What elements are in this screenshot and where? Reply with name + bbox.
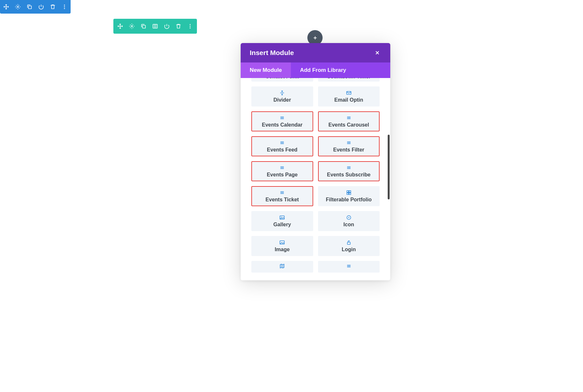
module-label: Contact Form: [265, 78, 299, 80]
module-label: Events Filter: [333, 147, 364, 153]
module-item-login[interactable]: Login: [318, 236, 380, 256]
svg-point-3: [64, 6, 65, 7]
modal-header: Insert Module: [241, 43, 390, 62]
module-label: Image: [275, 247, 290, 252]
modal-title: Insert Module: [250, 49, 294, 57]
tab-new-module[interactable]: New Module: [241, 62, 291, 78]
list-icon: [346, 115, 352, 121]
svg-rect-1: [29, 6, 31, 9]
grid-icon: [346, 190, 352, 196]
trash-icon[interactable]: [175, 23, 182, 30]
module-item-events-ticket[interactable]: Events Ticket: [251, 186, 313, 206]
list-icon: [279, 140, 285, 146]
svg-point-0: [17, 6, 19, 8]
module-label: Login: [342, 247, 356, 252]
module-label: Countdown Timer: [327, 78, 371, 80]
power-icon[interactable]: [38, 3, 45, 10]
more-icon[interactable]: [61, 3, 68, 10]
modal-body: Contact FormCountdown TimerDividerEmail …: [241, 78, 390, 280]
list-icon: [346, 263, 352, 269]
module-item-filterable-portfolio[interactable]: Filterable Portfolio: [318, 186, 380, 206]
mail-icon: [346, 90, 352, 96]
svg-point-9: [190, 26, 191, 27]
module-label: Events Ticket: [266, 197, 299, 203]
duplicate-icon[interactable]: [140, 23, 147, 30]
module-item-map[interactable]: [251, 261, 313, 273]
modal-tabs: New Module Add From Library: [241, 62, 390, 78]
module-item-icon[interactable]: Icon: [318, 211, 380, 231]
module-item-list[interactable]: [318, 261, 380, 273]
module-item-events-subscribe[interactable]: Events Subscribe: [318, 161, 380, 181]
lock-icon: [346, 240, 352, 245]
gear-icon[interactable]: [128, 23, 135, 30]
module-label: Gallery: [273, 222, 291, 228]
module-label: Filterable Portfolio: [326, 197, 372, 203]
image-icon: [279, 240, 285, 245]
list-icon: [279, 115, 285, 121]
insert-module-modal: Insert Module New Module Add From Librar…: [241, 43, 390, 280]
svg-point-10: [190, 28, 191, 28]
module-item-gallery[interactable]: Gallery: [251, 211, 313, 231]
move-icon[interactable]: [117, 23, 124, 30]
module-label: Events Calendar: [262, 122, 303, 128]
svg-point-4: [64, 8, 65, 9]
move-icon[interactable]: [3, 3, 10, 10]
columns-icon[interactable]: [152, 23, 159, 30]
trash-icon[interactable]: [49, 3, 56, 10]
module-item-events-page[interactable]: Events Page: [251, 161, 313, 181]
target-icon: [346, 215, 352, 220]
power-icon[interactable]: [163, 23, 170, 30]
module-item-events-calendar[interactable]: Events Calendar: [251, 111, 313, 131]
divider-icon: [279, 90, 285, 96]
more-icon[interactable]: [187, 23, 194, 30]
module-item-divider[interactable]: Divider: [251, 86, 313, 106]
section-toolbar: [0, 0, 71, 14]
module-label: Divider: [273, 97, 291, 103]
gear-icon[interactable]: [14, 3, 21, 10]
row-toolbar: [113, 19, 197, 34]
module-label: Events Page: [267, 172, 298, 178]
module-label: Events Feed: [267, 147, 297, 153]
module-item-countdown-timer[interactable]: Countdown Timer: [318, 78, 380, 82]
module-item-events-carousel[interactable]: Events Carousel: [318, 111, 380, 131]
map-icon: [279, 263, 285, 269]
module-label: Events Carousel: [328, 122, 369, 128]
list-icon: [279, 190, 285, 196]
list-icon: [346, 165, 352, 171]
svg-point-5: [131, 26, 133, 27]
scrollbar-thumb[interactable]: [388, 135, 390, 199]
module-label: Events Subscribe: [327, 172, 371, 178]
module-item-events-feed[interactable]: Events Feed: [251, 136, 313, 156]
svg-rect-7: [153, 24, 157, 28]
module-item-events-filter[interactable]: Events Filter: [318, 136, 380, 156]
svg-rect-6: [143, 25, 145, 28]
close-icon[interactable]: [373, 49, 381, 57]
duplicate-icon[interactable]: [26, 3, 33, 10]
module-item-email-optin[interactable]: Email Optin: [318, 86, 380, 106]
svg-point-8: [190, 24, 191, 25]
module-item-contact-form[interactable]: Contact Form: [251, 78, 313, 82]
svg-point-2: [64, 5, 65, 6]
tab-add-from-library[interactable]: Add From Library: [291, 62, 355, 78]
module-item-image[interactable]: Image: [251, 236, 313, 256]
module-label: Email Optin: [334, 97, 363, 103]
list-icon: [346, 140, 352, 146]
module-label: Icon: [343, 222, 354, 228]
photo-icon: [279, 215, 285, 220]
module-grid: Contact FormCountdown TimerDividerEmail …: [241, 78, 390, 279]
list-icon: [279, 165, 285, 171]
